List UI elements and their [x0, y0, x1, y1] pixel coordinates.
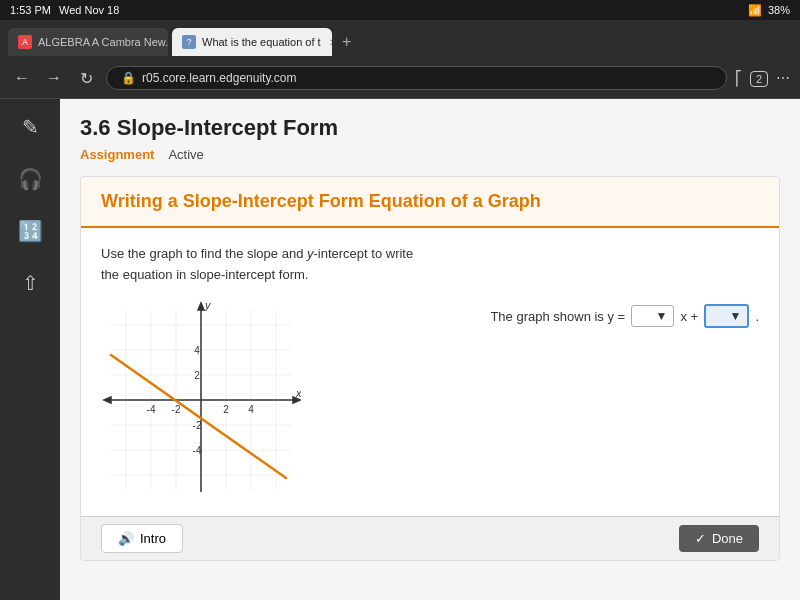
tab-algebra-label: ALGEBRA A Cambra New... [38, 36, 168, 48]
pencil-icon[interactable]: ✎ [12, 109, 48, 145]
share-button[interactable]: ⎡ [735, 70, 742, 86]
svg-text:-4: -4 [147, 404, 156, 415]
page-title: 3.6 Slope-Intercept Form [80, 115, 780, 141]
intercept-dropdown[interactable]: ▼ [704, 304, 749, 328]
date: Wed Nov 18 [59, 4, 119, 16]
slope-dropdown-arrow: ▼ [656, 309, 668, 323]
back-button[interactable]: ← [10, 69, 34, 87]
svg-text:2: 2 [223, 404, 229, 415]
lock-icon: 🔒 [121, 71, 136, 85]
graph-svg: x y 4 2 -2 -4 -4 -2 2 4 [101, 300, 301, 500]
svg-text:4: 4 [194, 345, 200, 356]
svg-text:-2: -2 [193, 420, 202, 431]
time: 1:53 PM [10, 4, 51, 16]
tabs-button[interactable]: 2 [750, 70, 768, 86]
svg-text:-4: -4 [193, 445, 202, 456]
svg-text:x: x [295, 387, 301, 399]
svg-text:2: 2 [194, 370, 200, 381]
chevron-up-icon[interactable]: ⇧ [12, 265, 48, 301]
tab-bar: A ALGEBRA A Cambra New... ✕ ? What is th… [0, 20, 800, 58]
reload-button[interactable]: ↻ [74, 69, 98, 88]
forward-button[interactable]: → [42, 69, 66, 87]
speaker-icon: 🔊 [118, 531, 134, 546]
card-header: Writing a Slope-Intercept Form Equation … [81, 177, 779, 228]
period-label: . [755, 309, 759, 324]
problem-section: Use the graph to find the slope and y-in… [101, 244, 470, 500]
browser-chrome: A ALGEBRA A Cambra New... ✕ ? What is th… [0, 20, 800, 99]
svg-text:4: 4 [248, 404, 254, 415]
slope-value [638, 309, 651, 323]
new-tab-button[interactable]: + [336, 33, 357, 51]
done-label: Done [712, 531, 743, 546]
status-bar: 1:53 PM Wed Nov 18 📶 38% [0, 0, 800, 20]
intercept-dropdown-arrow: ▼ [729, 309, 741, 323]
intercept-value [712, 309, 725, 323]
address-bar[interactable]: 🔒 r05.core.learn.edgenuity.com [106, 66, 727, 90]
content-card: Writing a Slope-Intercept Form Equation … [80, 176, 780, 561]
intro-label: Intro [140, 531, 166, 546]
x-plus-label: x + [680, 309, 698, 324]
problem-text-3: the equation in slope-intercept form. [101, 267, 308, 282]
svg-marker-17 [198, 303, 204, 310]
svg-marker-18 [104, 397, 111, 403]
bottom-bar: 🔊 Intro ✓ Done [81, 516, 779, 560]
answer-label: The graph shown is y = [490, 309, 625, 324]
meta-active: Active [168, 147, 203, 162]
problem-text-1: Use the graph to find the slope and [101, 246, 307, 261]
tab-equation-label: What is the equation of t [202, 36, 321, 48]
answer-section: The graph shown is y = ▼ x + ▼ . [490, 304, 759, 328]
more-button[interactable]: ⋯ [776, 70, 790, 86]
tabs-count[interactable]: 2 [750, 71, 768, 87]
slope-dropdown[interactable]: ▼ [631, 305, 674, 327]
sidebar: ✎ 🎧 🔢 ⇧ [0, 99, 60, 600]
tab-favicon-equation: ? [182, 35, 196, 49]
problem-text: Use the graph to find the slope and y-in… [101, 244, 470, 286]
svg-text:y: y [204, 300, 212, 311]
graph-container: x y 4 2 -2 -4 -4 -2 2 4 [101, 300, 301, 500]
main-layout: ✎ 🎧 🔢 ⇧ 3.6 Slope-Intercept Form Assignm… [0, 99, 800, 600]
card-header-title: Writing a Slope-Intercept Form Equation … [101, 191, 759, 212]
nav-actions: ⎡ 2 ⋯ [735, 70, 790, 86]
tab-equation[interactable]: ? What is the equation of t ✕ [172, 28, 332, 56]
svg-text:-2: -2 [172, 404, 181, 415]
battery: 38% [768, 4, 790, 16]
page-meta: Assignment Active [80, 147, 780, 162]
nav-bar: ← → ↻ 🔒 r05.core.learn.edgenuity.com ⎡ 2… [0, 58, 800, 98]
intro-button[interactable]: 🔊 Intro [101, 524, 183, 553]
tab-close-equation[interactable]: ✕ [329, 37, 332, 48]
tab-algebra[interactable]: A ALGEBRA A Cambra New... ✕ [8, 28, 168, 56]
address-text: r05.core.learn.edgenuity.com [142, 71, 297, 85]
tab-favicon-algebra: A [18, 35, 32, 49]
problem-text-2: -intercept to write [313, 246, 413, 261]
done-button[interactable]: ✓ Done [679, 525, 759, 552]
meta-assignment: Assignment [80, 147, 154, 162]
checkmark-icon: ✓ [695, 531, 706, 546]
card-body: Use the graph to find the slope and y-in… [81, 228, 779, 516]
calculator-icon[interactable]: 🔢 [12, 213, 48, 249]
wifi-icon: 📶 [748, 4, 762, 17]
content-area: 3.6 Slope-Intercept Form Assignment Acti… [60, 99, 800, 600]
headphones-icon[interactable]: 🎧 [12, 161, 48, 197]
